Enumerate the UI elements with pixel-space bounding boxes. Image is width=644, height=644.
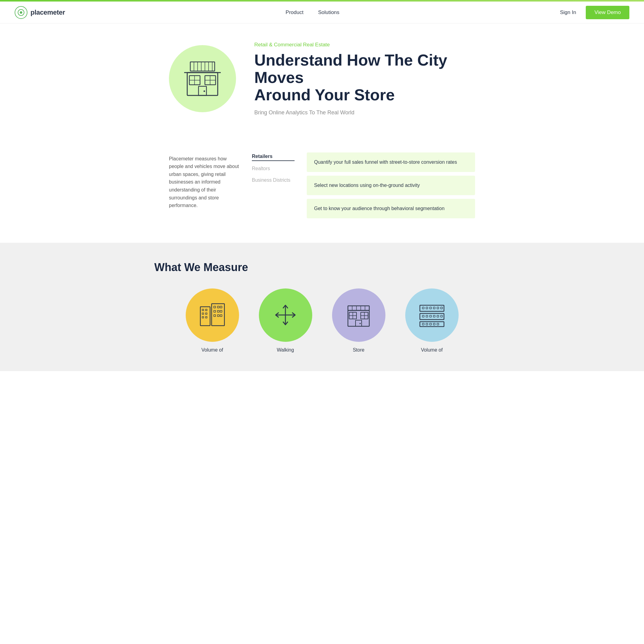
svg-point-50: [360, 323, 361, 324]
tabs-area: Retailers Realtors Business Districts Qu…: [252, 152, 475, 218]
svg-rect-24: [202, 317, 204, 318]
tab-retailers[interactable]: Retailers: [252, 154, 295, 161]
hero-category: Retail & Commercial Real Estate: [254, 42, 475, 48]
tab-content: Quantify your full sales funnel with str…: [307, 152, 475, 218]
svg-rect-60: [422, 315, 424, 317]
svg-rect-26: [214, 306, 216, 308]
measure-item-volume-racks: Volume of: [401, 288, 462, 353]
nav-links: Product Solutions: [286, 9, 340, 16]
navbar: placemeter Product Solutions Sign In Vie…: [0, 2, 644, 23]
svg-rect-28: [220, 306, 222, 308]
measure-circle-green: [259, 288, 312, 342]
svg-rect-57: [433, 307, 435, 309]
svg-rect-34: [220, 315, 222, 317]
measure-item-store: Store: [328, 288, 389, 353]
sign-in-link[interactable]: Sign In: [560, 9, 576, 16]
buildings-volume-icon: [198, 301, 227, 330]
svg-rect-58: [437, 307, 439, 309]
svg-rect-33: [217, 315, 219, 317]
left-description: Placemeter measures how people and vehic…: [169, 152, 242, 218]
measure-label-volume-buildings: Volume of: [201, 347, 223, 353]
svg-rect-22: [202, 313, 204, 314]
store-icon: [345, 301, 372, 329]
measure-section: What We Measure: [0, 243, 644, 371]
svg-rect-30: [217, 310, 219, 312]
svg-rect-32: [214, 315, 216, 317]
svg-rect-65: [441, 315, 442, 317]
hero-section: Retail & Commercial Real Estate Understa…: [0, 23, 644, 140]
hero-content: Retail & Commercial Real Estate Understa…: [254, 42, 475, 116]
svg-rect-56: [430, 307, 431, 309]
svg-rect-70: [437, 323, 439, 325]
svg-rect-27: [217, 306, 219, 308]
measure-label-store: Store: [353, 347, 364, 353]
walking-arrows-icon: [273, 303, 298, 327]
measure-item-volume-buildings: Volume of: [182, 288, 243, 353]
hero-subtitle: Bring Online Analytics To The Real World: [254, 109, 475, 116]
svg-rect-63: [433, 315, 435, 317]
hero-title-line2: Around Your Store: [254, 86, 395, 104]
rack-volume-icon: [417, 301, 446, 330]
svg-rect-51: [420, 305, 444, 311]
svg-rect-18: [200, 307, 210, 326]
nav-link-solutions[interactable]: Solutions: [318, 9, 339, 16]
svg-rect-21: [206, 309, 207, 311]
feature-item-1: Quantify your full sales funnel with str…: [307, 152, 475, 172]
measure-circle-yellow: [186, 288, 239, 342]
svg-rect-23: [206, 313, 207, 314]
svg-rect-53: [420, 322, 444, 327]
svg-rect-37: [348, 310, 369, 326]
svg-rect-69: [433, 323, 435, 325]
view-demo-button[interactable]: View Demo: [586, 6, 629, 19]
svg-rect-68: [430, 323, 431, 325]
measure-circle-purple: [332, 288, 385, 342]
logo-icon: [15, 6, 27, 19]
logo: placemeter: [15, 6, 65, 19]
svg-rect-25: [206, 317, 207, 318]
measure-title: What We Measure: [154, 261, 490, 274]
logo-inner-circle: [18, 9, 24, 16]
measure-grid: Volume of Walking: [154, 288, 490, 353]
measure-item-walking: Walking: [255, 288, 316, 353]
feature-item-3: Get to know your audience through behavi…: [307, 199, 475, 218]
svg-rect-62: [430, 315, 431, 317]
tab-list: Retailers Realtors Business Districts: [252, 152, 295, 218]
hero-title: Understand How The City Moves Around You…: [254, 52, 475, 104]
svg-rect-16: [199, 86, 206, 95]
measure-label-volume-racks: Volume of: [421, 347, 442, 353]
svg-point-17: [204, 91, 205, 92]
nav-link-product[interactable]: Product: [286, 9, 304, 16]
svg-rect-61: [426, 315, 428, 317]
svg-rect-52: [420, 313, 444, 320]
measure-circle-blue: [405, 288, 459, 342]
measure-label-walking: Walking: [277, 347, 294, 353]
tab-realtors[interactable]: Realtors: [252, 166, 295, 173]
features-section: Placemeter measures how people and vehic…: [0, 140, 644, 243]
svg-rect-49: [356, 320, 362, 326]
svg-rect-31: [220, 310, 222, 312]
logo-text: placemeter: [30, 9, 65, 16]
svg-rect-59: [441, 307, 442, 309]
svg-rect-67: [426, 323, 428, 325]
svg-rect-54: [422, 307, 424, 309]
svg-rect-29: [214, 310, 216, 312]
svg-rect-66: [422, 323, 424, 325]
hero-illustration: [169, 45, 236, 112]
svg-rect-64: [437, 315, 439, 317]
nav-right: Sign In View Demo: [560, 6, 629, 19]
tab-business-districts[interactable]: Business Districts: [252, 177, 295, 184]
store-building-icon: [183, 59, 222, 98]
svg-rect-20: [202, 309, 204, 311]
svg-rect-38: [348, 306, 369, 310]
svg-rect-55: [426, 307, 428, 309]
hero-title-line1: Understand How The City Moves: [254, 51, 447, 86]
hero-circle: [169, 45, 236, 112]
feature-item-2: Select new locations using on-the-ground…: [307, 176, 475, 195]
